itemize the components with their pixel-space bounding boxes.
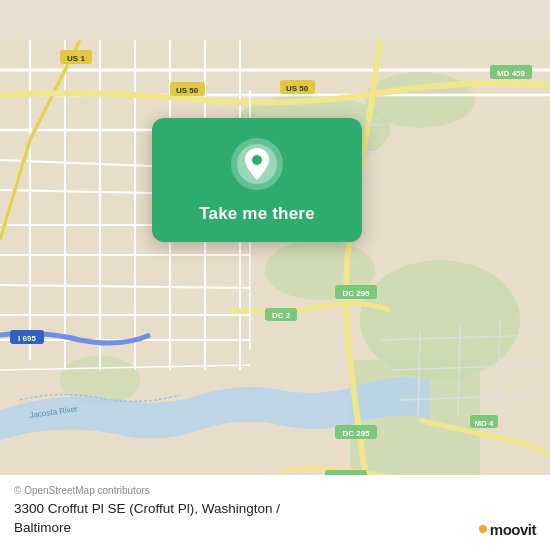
location-card[interactable]: Take me there [152,118,362,242]
svg-text:DC 295: DC 295 [342,429,370,438]
svg-text:DC 295: DC 295 [342,289,370,298]
address-line1: 3300 Croffut Pl SE (Croffut Pl), Washing… [14,500,536,519]
svg-text:US 50: US 50 [286,84,309,93]
map-svg: US 1 US 50 US 50 MD 459 DC 295 DC 295 I … [0,0,550,550]
svg-text:DC 2: DC 2 [272,311,291,320]
svg-text:MD 4: MD 4 [474,419,494,428]
moovit-brand-name: moovit [490,521,536,538]
svg-text:MD 459: MD 459 [497,69,526,78]
svg-text:I 695: I 695 [18,334,36,343]
svg-point-60 [252,155,262,165]
address-line2: Baltimore [14,519,536,538]
location-pin-icon [231,138,283,190]
bottom-bar: © OpenStreetMap contributors 3300 Croffu… [0,475,550,550]
map-container: US 1 US 50 US 50 MD 459 DC 295 DC 295 I … [0,0,550,550]
moovit-dot [479,525,487,533]
svg-text:US 50: US 50 [176,86,199,95]
map-attribution: © OpenStreetMap contributors [14,485,536,496]
moovit-logo: moovit [479,521,536,538]
svg-text:US 1: US 1 [67,54,85,63]
take-me-there-button[interactable]: Take me there [199,204,315,224]
map-background: US 1 US 50 US 50 MD 459 DC 295 DC 295 I … [0,0,550,550]
svg-point-2 [365,72,475,128]
